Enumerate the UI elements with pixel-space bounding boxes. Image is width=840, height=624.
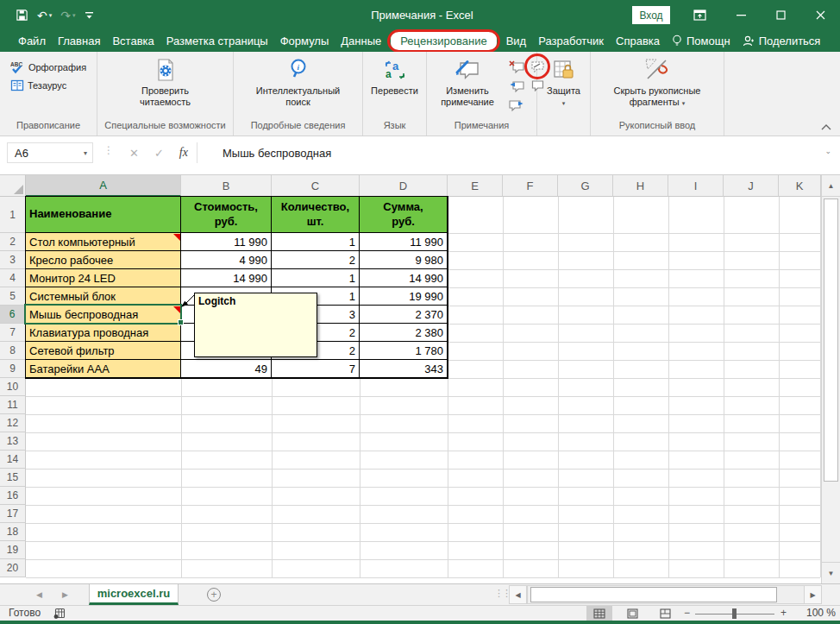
edit-comment-button[interactable]: Изменить примечание: [430, 55, 505, 110]
cell-D7[interactable]: 2 380: [360, 324, 448, 342]
macro-record-icon[interactable]: [53, 608, 66, 619]
scroll-up-icon[interactable]: ▲: [822, 175, 840, 197]
tab-formulas[interactable]: Формулы: [274, 31, 335, 51]
redo-icon: ↷▾: [60, 9, 75, 22]
excel-window: ↶▾ ↷▾ Примечания - Excel Вход Файл Главн…: [0, 0, 840, 624]
tab-home[interactable]: Главная: [52, 31, 106, 51]
cell-A8[interactable]: Сетевой фильтр: [26, 342, 181, 360]
cell-A2[interactable]: Стол компьютерный: [26, 233, 181, 251]
sheet-nav-right-icon[interactable]: ▶: [62, 584, 68, 605]
tab-review[interactable]: Рецензирование: [391, 31, 496, 51]
sheet-tab[interactable]: microexcel.ru: [89, 584, 179, 605]
tab-data[interactable]: Данные: [335, 31, 387, 51]
vertical-scrollbar[interactable]: ▲ ▼: [821, 175, 840, 583]
cell-C2[interactable]: 1: [272, 233, 360, 251]
delete-comment-icon[interactable]: [506, 57, 527, 76]
horizontal-scrollbar-thumb[interactable]: [530, 587, 777, 602]
cell-C3[interactable]: 2: [272, 251, 360, 269]
svg-text:a: a: [386, 68, 392, 80]
close-button[interactable]: [801, 0, 839, 30]
vertical-scrollbar-thumb[interactable]: [824, 199, 838, 482]
cell-D1[interactable]: Сумма, руб.: [360, 197, 448, 233]
zoom-in-icon[interactable]: +: [780, 607, 787, 619]
insert-function-icon[interactable]: fx: [179, 146, 188, 160]
cell-D8[interactable]: 1 780: [360, 342, 448, 360]
protect-button[interactable]: Защита▾: [543, 55, 584, 110]
cell-B2[interactable]: 11 990: [181, 233, 272, 251]
confirm-entry-icon[interactable]: ✓: [154, 147, 164, 160]
cell-C1[interactable]: Количество, шт.: [272, 197, 360, 233]
name-box-dropdown-icon[interactable]: ▾: [84, 149, 87, 157]
window-bottom-border: [0, 621, 840, 624]
formula-buttons: ✕ ✓ fx: [121, 142, 197, 163]
cell-A7[interactable]: Клавиатура проводная: [26, 324, 181, 342]
check-accessibility-button[interactable]: Проверить читаемость: [124, 55, 207, 110]
cell-B9[interactable]: 49: [181, 360, 272, 378]
maximize-button[interactable]: [762, 0, 799, 30]
cell-B1[interactable]: Стоимость, руб.: [181, 197, 272, 233]
save-icon[interactable]: [16, 9, 28, 22]
previous-comment-icon[interactable]: [506, 76, 527, 95]
thesaurus-button[interactable]: Тезаурус: [10, 79, 86, 91]
hide-ink-button[interactable]: Скрыть рукописные фрагменты ▾: [597, 55, 718, 110]
translate-button[interactable]: аa Перевести: [367, 55, 422, 98]
tab-share[interactable]: Поделиться: [737, 31, 827, 51]
customize-quick-access-icon[interactable]: [85, 10, 94, 21]
undo-icon[interactable]: ↶▾: [37, 9, 52, 22]
scroll-down-icon[interactable]: ▼: [822, 562, 840, 583]
tab-split-handle[interactable]: ⋮⋮: [494, 588, 510, 599]
name-box[interactable]: A6 ▾: [7, 142, 93, 163]
next-comment-icon[interactable]: [506, 95, 527, 114]
tab-help[interactable]: Справка: [610, 31, 666, 51]
sheet-nav-left-icon[interactable]: ◀: [36, 584, 42, 605]
protect-label: Защита: [547, 85, 580, 96]
normal-view-icon[interactable]: [586, 606, 612, 621]
cell-A1[interactable]: Наименование: [26, 197, 181, 233]
collapse-ribbon-icon[interactable]: [821, 124, 831, 130]
cell-D2[interactable]: 11 990: [360, 233, 448, 251]
group-insights: i Интеллектуальный поиск Подробные сведе…: [234, 52, 363, 136]
formula-bar-content[interactable]: Мышь беспроводная: [223, 142, 331, 163]
cell-B3[interactable]: 4 990: [181, 251, 272, 269]
ribbon-display-options-icon[interactable]: [680, 0, 718, 30]
tab-review-label: Рецензирование: [400, 35, 486, 47]
cell-A5[interactable]: Системный блок: [26, 287, 181, 306]
horizontal-scrollbar[interactable]: [527, 585, 805, 604]
cell-B4[interactable]: 14 990: [181, 269, 272, 287]
protect-sheet-icon: [553, 57, 575, 83]
minimize-button[interactable]: [722, 0, 760, 30]
cell-A9[interactable]: Батарейки AAA: [26, 360, 181, 378]
tab-file[interactable]: Файл: [12, 31, 52, 51]
cell-C4[interactable]: 1: [272, 269, 360, 287]
cell-D9[interactable]: 343: [360, 360, 448, 378]
sign-in-button[interactable]: Вход: [632, 6, 670, 24]
spelling-button[interactable]: ABC Орфография: [10, 60, 86, 74]
cell-A4[interactable]: Монитор 24 LED: [26, 269, 181, 287]
protect-dropdown-arrow: ▾: [562, 100, 566, 106]
page-break-view-icon[interactable]: [652, 606, 678, 621]
scroll-right-icon[interactable]: ▶: [804, 585, 822, 604]
fill-handle[interactable]: [178, 319, 184, 325]
tab-page-layout[interactable]: Разметка страницы: [160, 31, 274, 51]
zoom-slider-thumb[interactable]: [732, 608, 737, 619]
cell-D4[interactable]: 14 990: [360, 269, 448, 287]
new-sheet-icon[interactable]: +: [207, 588, 221, 602]
cancel-entry-icon[interactable]: ✕: [129, 147, 139, 160]
smart-lookup-button[interactable]: i Интеллектуальный поиск: [248, 55, 349, 110]
cell-D3[interactable]: 9 980: [360, 251, 448, 269]
tab-developer[interactable]: Разработчик: [532, 31, 610, 51]
tab-tell-me[interactable]: Помощн: [666, 31, 737, 51]
person-plus-icon: [743, 35, 755, 47]
cell-D6[interactable]: 2 370: [360, 306, 448, 324]
cell-D5[interactable]: 19 990: [360, 287, 448, 306]
tab-insert[interactable]: Вставка: [106, 31, 160, 51]
cell-A3[interactable]: Кресло рабочее: [26, 251, 181, 269]
tab-view[interactable]: Вид: [500, 31, 533, 51]
page-layout-view-icon[interactable]: [619, 606, 645, 621]
zoom-out-icon[interactable]: −: [684, 607, 690, 619]
expand-formula-bar-icon[interactable]: ⌄: [824, 147, 831, 155]
scroll-left-icon[interactable]: ◀: [509, 585, 527, 604]
zoom-level[interactable]: 100 %: [798, 607, 836, 619]
cell-C9[interactable]: 7: [272, 360, 360, 378]
comment-box[interactable]: Logitch: [194, 293, 317, 357]
